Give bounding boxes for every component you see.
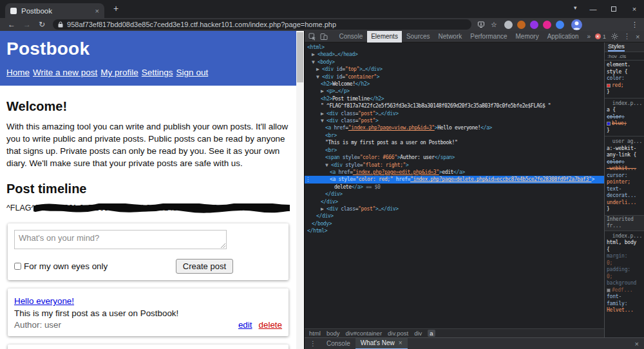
nav-link-home[interactable]: Home: [6, 68, 30, 77]
dom-node-selected[interactable]: <a style="color: red;" href="index.php?p…: [305, 176, 604, 183]
dom-node-line[interactable]: </div>: [305, 212, 604, 220]
elements-tree: <html>▶ <head>…</head>▼ <body>▶ <div id=…: [305, 42, 604, 328]
style-rule-line: color:: [607, 75, 642, 82]
site-brand-title: Postbook: [6, 39, 290, 59]
dom-node-line[interactable]: <br>: [305, 132, 604, 139]
dom-node-line[interactable]: ▼ <div style="float: right;">: [305, 162, 604, 169]
nav-link-my-profile[interactable]: My profile: [100, 68, 138, 77]
edit-link[interactable]: edit: [238, 320, 252, 330]
devtools-kebab-icon[interactable]: ⋮: [623, 32, 630, 41]
dom-node-line[interactable]: </div>: [305, 198, 604, 205]
dom-node-line[interactable]: ▶ <div class="post">…</div>: [305, 110, 604, 117]
breadcrumb-item-html[interactable]: html: [309, 330, 321, 337]
breadcrumb-item-div-post[interactable]: div.post: [388, 330, 408, 337]
breadcrumb-item-body[interactable]: body: [327, 330, 340, 337]
nav-link-sign-out[interactable]: Sign out: [176, 68, 209, 77]
whats-new-close-icon[interactable]: ×: [399, 338, 402, 348]
dom-node-line[interactable]: </body>: [305, 220, 604, 227]
dom-node-line[interactable]: "This is my first post as a user on Post…: [305, 139, 604, 146]
extension-icon-5[interactable]: [556, 21, 564, 29]
new-tab-button[interactable]: +: [113, 3, 118, 14]
tab-close-icon[interactable]: ×: [95, 7, 99, 15]
dom-node-line[interactable]: " ^FLAG^f817a7422fc2e5f563fd3e3c13b8a301…: [305, 102, 604, 109]
tab-search-icon[interactable]: ▾: [574, 5, 577, 11]
color-swatch[interactable]: [607, 122, 611, 126]
dom-node-line[interactable]: ▼ <body>: [305, 59, 604, 66]
inspect-element-icon[interactable]: [308, 33, 316, 41]
delete-link[interactable]: delete: [259, 320, 282, 330]
style-rule-line: style {: [607, 69, 642, 76]
tab-styles[interactable]: Styles: [608, 42, 625, 52]
forward-button[interactable]: →: [23, 21, 31, 28]
dom-node-line[interactable]: <h2>Welcome!</h2>: [305, 80, 604, 88]
dom-node-line[interactable]: <br>: [305, 147, 604, 154]
style-rule-line: cursor:: [607, 173, 642, 180]
drawer-tab-console[interactable]: Console: [321, 339, 355, 349]
nav-link-write-a-new-post[interactable]: Write a new post: [33, 68, 97, 77]
back-button[interactable]: ←: [8, 21, 15, 28]
extension-icon-2[interactable]: [517, 21, 526, 29]
devtools-tab-performance[interactable]: Performance: [466, 31, 511, 42]
dom-node-line[interactable]: </html>: [305, 227, 604, 234]
stylesheet-source-link[interactable]: user ag...: [607, 138, 642, 146]
dom-node-line[interactable]: <span style="color: #666">Author: user</…: [305, 154, 604, 161]
error-count-badge[interactable]: × 1: [595, 33, 606, 40]
color-swatch[interactable]: [607, 84, 611, 88]
dom-node-line[interactable]: <h2>Post timeline</h2>: [305, 95, 604, 102]
window-minimize-button[interactable]: —: [583, 0, 603, 17]
dom-node-line[interactable]: ▶ <div class="post">…</div>: [305, 205, 604, 212]
dom-node-line[interactable]: <a href="index.php?page=edit.php&id=3">e…: [305, 169, 604, 176]
private-checkbox[interactable]: [14, 263, 21, 270]
profile-avatar[interactable]: [571, 19, 582, 30]
breadcrumb-item-a[interactable]: a: [428, 330, 435, 337]
devtools-tab-network[interactable]: Network: [434, 31, 466, 42]
address-bar[interactable]: 958af73ef817bdd08d3e85c7cedd3e19.ctf.hac…: [53, 19, 471, 30]
dom-node-line[interactable]: ▼ <div id="container">: [305, 73, 604, 80]
browser-tab[interactable]: Postbook ×: [5, 3, 104, 18]
devtools-tab-application[interactable]: Application: [543, 31, 583, 42]
breadcrumb-item-div-container[interactable]: div#container: [346, 330, 383, 337]
page-scrollbar[interactable]: [296, 31, 304, 349]
nav-link-settings[interactable]: Settings: [142, 68, 173, 77]
devtools-tab-elements[interactable]: Elements: [367, 31, 402, 42]
url-text: 958af73ef817bdd08d3e85c7cedd3e19.ctf.hac…: [67, 21, 336, 28]
dom-node-line[interactable]: ▶ <p>…</p>: [305, 88, 604, 95]
drawer-kebab-icon[interactable]: ⋮: [310, 340, 316, 347]
devtools-close-icon[interactable]: ×: [636, 33, 639, 41]
window-maximize-button[interactable]: [604, 0, 623, 17]
dom-node-line[interactable]: ▶ <div id="top">…</div>: [305, 66, 604, 73]
install-app-icon[interactable]: [477, 21, 485, 28]
drawer-tab-what-s-new[interactable]: What's New×: [355, 338, 408, 349]
device-toolbar-icon[interactable]: [320, 33, 328, 41]
window-close-button[interactable]: ×: [625, 0, 644, 17]
bookmark-star-icon[interactable]: ☆: [491, 21, 497, 29]
create-post-button[interactable]: Create post: [176, 259, 233, 274]
browser-menu-kebab-icon[interactable]: ⋮: [631, 21, 638, 29]
reload-button[interactable]: ↻: [39, 21, 45, 28]
extension-icon-1[interactable]: [504, 21, 513, 29]
devtools-tab-console[interactable]: Console: [335, 31, 367, 42]
color-swatch[interactable]: [607, 288, 611, 292]
post-title-link[interactable]: Hello everyone!: [14, 296, 74, 306]
style-rule-line: a {: [607, 107, 642, 114]
dom-node-line[interactable]: delete</a> == $0: [305, 184, 604, 191]
devtools-tab-sources[interactable]: Sources: [402, 31, 434, 42]
devtools-tab-memory[interactable]: Memory: [511, 31, 543, 42]
extension-icon-3[interactable]: [530, 21, 538, 29]
settings-gear-icon[interactable]: [611, 31, 618, 42]
devtools-tab-item[interactable]: »: [583, 31, 595, 42]
dom-node-line[interactable]: <html>: [305, 44, 604, 51]
dom-node-line[interactable]: ▼ <div class="post">: [305, 117, 604, 124]
dom-node-line[interactable]: </div>: [305, 191, 604, 198]
page-nav: HomeWrite a new postMy profileSettingsSi…: [6, 68, 290, 77]
stylesheet-source-link[interactable]: index.p...: [607, 100, 642, 108]
drawer-close-icon[interactable]: ×: [635, 340, 639, 348]
extension-icon-4[interactable]: [543, 21, 551, 29]
scrollbar-thumb[interactable]: [297, 32, 303, 82]
composer-textarea[interactable]: [14, 230, 227, 249]
dom-node-line[interactable]: <a href="index.php?page=view.php&id=3">H…: [305, 124, 604, 131]
breadcrumb-item-div[interactable]: div: [414, 330, 422, 337]
stylesheet-source-link[interactable]: index.p...: [607, 233, 642, 240]
styles-filter-bar[interactable]: :hov .cls: [605, 52, 644, 61]
dom-node-line[interactable]: ▶ <head>…</head>: [305, 51, 604, 58]
